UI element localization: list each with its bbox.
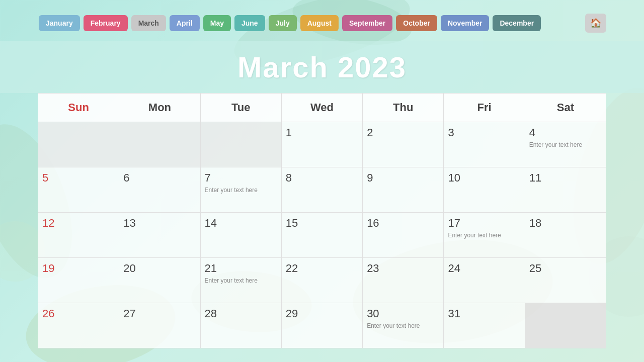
- calendar-grid: SunMonTueWedThuFriSat 1234Enter your tex…: [38, 93, 606, 348]
- day-number: 11: [529, 171, 602, 185]
- day-number: 15: [286, 217, 358, 230]
- day-number: 14: [205, 217, 277, 230]
- calendar-cell[interactable]: 19: [38, 258, 119, 303]
- calendar-cell[interactable]: 7Enter your text here: [200, 167, 281, 213]
- calendar-cell[interactable]: 23: [363, 258, 444, 303]
- calendar-cell: [200, 122, 281, 167]
- calendar-cell[interactable]: 8: [281, 167, 362, 213]
- day-number: 20: [123, 262, 196, 275]
- calendar-cell[interactable]: 3: [444, 122, 525, 167]
- day-number: 3: [448, 126, 520, 139]
- calendar-cell[interactable]: 15: [281, 213, 362, 258]
- calendar-cell[interactable]: 9: [363, 167, 444, 213]
- day-number: 9: [367, 171, 439, 185]
- tab-march[interactable]: March: [131, 15, 166, 31]
- calendar-cell[interactable]: 4Enter your text here: [525, 122, 606, 167]
- tab-december[interactable]: December: [493, 15, 541, 31]
- home-button[interactable]: 🏠: [585, 14, 606, 33]
- calendar-cell: [525, 303, 606, 348]
- day-number: 31: [448, 307, 520, 320]
- calendar-cell[interactable]: 6: [119, 167, 200, 213]
- tab-october[interactable]: October: [396, 15, 437, 31]
- tab-april[interactable]: April: [170, 15, 200, 31]
- day-number: 30: [367, 307, 439, 320]
- tab-august[interactable]: August: [300, 15, 339, 31]
- calendar-cell[interactable]: 5: [38, 167, 119, 213]
- tab-june[interactable]: June: [234, 15, 265, 31]
- calendar-cell[interactable]: 29: [281, 303, 362, 348]
- cell-placeholder-text[interactable]: Enter your text here: [205, 277, 277, 284]
- day-header-mon: Mon: [119, 94, 200, 122]
- calendar-cell[interactable]: 12: [38, 213, 119, 258]
- tab-september[interactable]: September: [342, 15, 392, 31]
- cell-placeholder-text[interactable]: Enter your text here: [529, 141, 602, 148]
- day-number: 8: [286, 171, 358, 185]
- tab-may[interactable]: May: [203, 15, 231, 31]
- day-header-wed: Wed: [281, 94, 362, 122]
- app-container: JanuaryFebruaryMarchAprilMayJuneJulyAugu…: [0, 0, 644, 362]
- tab-january[interactable]: January: [39, 15, 80, 31]
- tab-february[interactable]: February: [84, 15, 128, 31]
- calendar-cell[interactable]: 26: [38, 303, 119, 348]
- day-number: 17: [448, 217, 520, 230]
- day-number: 1: [286, 126, 358, 139]
- day-number: 24: [448, 262, 520, 275]
- day-header-tue: Tue: [200, 94, 281, 122]
- calendar-cell[interactable]: 17Enter your text here: [444, 213, 525, 258]
- day-number: 2: [367, 126, 439, 139]
- day-number: 22: [286, 262, 358, 275]
- calendar-section: SunMonTueWedThuFriSat 1234Enter your tex…: [0, 93, 644, 362]
- day-number: 21: [205, 262, 277, 275]
- calendar-cell[interactable]: 11: [525, 167, 606, 213]
- tab-november[interactable]: November: [441, 15, 489, 31]
- day-header-thu: Thu: [363, 94, 444, 122]
- calendar-title: March 2023: [0, 50, 644, 84]
- month-tabs-bar: JanuaryFebruaryMarchAprilMayJuneJulyAugu…: [0, 0, 644, 41]
- calendar-cell[interactable]: 27: [119, 303, 200, 348]
- day-number: 7: [205, 171, 277, 185]
- cell-placeholder-text[interactable]: Enter your text here: [205, 187, 277, 194]
- cell-placeholder-text[interactable]: Enter your text here: [367, 322, 439, 329]
- calendar-title-section: March 2023: [0, 41, 644, 93]
- day-number: 27: [123, 307, 196, 320]
- calendar-cell[interactable]: 22: [281, 258, 362, 303]
- calendar-cell[interactable]: 24: [444, 258, 525, 303]
- calendar-cell[interactable]: 13: [119, 213, 200, 258]
- day-number: 28: [205, 307, 277, 320]
- day-number: 6: [123, 171, 196, 185]
- calendar-cell[interactable]: 20: [119, 258, 200, 303]
- day-number: 4: [529, 126, 602, 139]
- day-number: 5: [42, 171, 115, 185]
- day-number: 26: [42, 307, 115, 320]
- day-number: 29: [286, 307, 358, 320]
- day-header-sun: Sun: [38, 94, 119, 122]
- tab-july[interactable]: July: [269, 15, 297, 31]
- day-number: 13: [123, 217, 196, 230]
- day-number: 18: [529, 217, 602, 230]
- calendar-cell[interactable]: 10: [444, 167, 525, 213]
- calendar-cell[interactable]: 16: [363, 213, 444, 258]
- calendar-cell: [38, 122, 119, 167]
- day-number: 10: [448, 171, 520, 185]
- day-number: 12: [42, 217, 115, 230]
- calendar-cell[interactable]: 14: [200, 213, 281, 258]
- cell-placeholder-text[interactable]: Enter your text here: [448, 232, 520, 239]
- day-header-fri: Fri: [444, 94, 525, 122]
- calendar-cell[interactable]: 1: [281, 122, 362, 167]
- day-number: 19: [42, 262, 115, 275]
- day-number: 23: [367, 262, 439, 275]
- day-number: 16: [367, 217, 439, 230]
- calendar-cell[interactable]: 28: [200, 303, 281, 348]
- calendar-cell[interactable]: 25: [525, 258, 606, 303]
- calendar-cell[interactable]: 31: [444, 303, 525, 348]
- calendar-cell[interactable]: 30Enter your text here: [363, 303, 444, 348]
- day-number: 25: [529, 262, 602, 275]
- day-header-sat: Sat: [525, 94, 606, 122]
- calendar-cell: [119, 122, 200, 167]
- calendar-cell[interactable]: 2: [363, 122, 444, 167]
- calendar-cell[interactable]: 18: [525, 213, 606, 258]
- calendar-cell[interactable]: 21Enter your text here: [200, 258, 281, 303]
